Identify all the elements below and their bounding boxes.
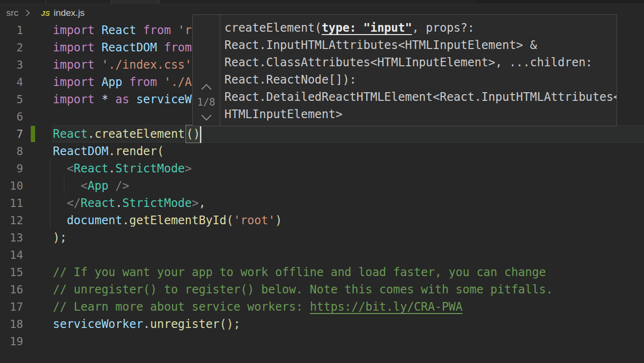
chevron-right-icon [23,10,30,16]
breadcrumb-folder[interactable]: src [6,8,18,18]
code-token: > [192,196,198,210]
code-line[interactable]: 12 document.getElementById('root') [0,212,644,229]
code-token: './index.css' [101,58,192,72]
link[interactable]: https://bit.ly/CRA-PWA [310,300,463,314]
code-token: , [198,196,205,210]
line-number[interactable]: 14 [0,246,23,264]
code-line[interactable]: 13); [0,229,644,246]
tab-bar-edge [0,0,644,4]
code-token: // If you want your app to work offline … [53,266,546,279]
code-line[interactable]: 17// Learn more about service workers: h… [0,298,644,315]
code-line[interactable]: 15// If you want your app to work offlin… [0,264,644,281]
code-token: getElementById [129,214,226,227]
line-number[interactable]: 6 [0,108,23,125]
code-token: StrictMode [115,162,185,175]
line-number[interactable]: 2 [0,39,23,56]
code-token: import [53,75,101,89]
code-token: from [143,24,178,37]
line-number[interactable]: 8 [0,143,23,160]
code-token: . [109,162,115,175]
line-number[interactable]: 11 [0,194,23,212]
code-token [53,214,67,227]
code-token: > [185,162,192,175]
code-token: . [143,317,150,331]
gutter-added-indicator [31,126,35,142]
line-number[interactable]: 15 [0,264,23,281]
code-token: import [53,24,101,37]
code-token: createElement [95,127,185,141]
code-token: StrictMode [123,196,192,210]
line-number[interactable]: 10 [0,177,23,194]
parameter-hints-widget: 1/8 createElement(type: "input", props?:… [192,14,617,126]
line-number[interactable]: 4 [0,73,23,91]
code-line[interactable]: 7React.createElement() [0,125,644,143]
code-line[interactable]: 10 <App /> [0,177,644,194]
line-number[interactable]: 12 [0,212,23,229]
line-number[interactable]: 16 [0,281,23,298]
line-number[interactable]: 1 [0,22,23,39]
line-number[interactable]: 18 [0,315,23,333]
hint-text: createElement( [224,21,322,35]
hint-text: HTMLInputElement> [224,108,343,121]
indent-guide-line [50,194,50,212]
hint-text: , props?: [412,21,474,35]
line-number[interactable]: 19 [0,333,23,350]
code-token: ReactDOM [53,145,109,158]
js-file-icon: JS [41,9,50,17]
code-token: ( [226,214,233,227]
code-line[interactable]: 8ReactDOM.render( [0,143,644,160]
code-token: (); [220,317,240,331]
line-number[interactable]: 17 [0,298,23,315]
code-token [53,179,81,193]
code-token: import [53,93,101,106]
code-token: as [115,93,136,106]
code-token: React [74,162,108,175]
code-token [53,196,67,210]
hint-line: createElement(type: "input", props?: [224,19,617,36]
code-token: unregister [150,317,220,331]
code-line[interactable]: 11 </React.StrictMode>, [0,194,644,212]
code-line[interactable]: 18serviceWorker.unregister(); [0,315,644,333]
code-token: React [101,24,143,37]
code-line[interactable]: 19 [0,333,644,350]
code-token: . [123,214,129,227]
hint-text: React.ReactNode[]): [224,73,357,86]
code-token: render [115,145,157,158]
code-token [53,162,67,175]
hint-line: React.ClassAttributes<HTMLInputElement>,… [224,54,617,71]
line-number[interactable]: 3 [0,56,23,73]
code-token: ) [275,214,282,227]
code-token: App [101,75,129,89]
line-number[interactable]: 13 [0,229,23,246]
line-number[interactable]: 7 [0,125,23,143]
hint-line: HTMLInputElement> [224,106,617,123]
hint-line: React.ReactNode[]): [224,71,617,88]
code-token: serviceW [136,93,192,106]
indent-guide-line [50,160,50,177]
code-line[interactable]: 9 <React.StrictMode> [0,160,644,177]
code-token: from [164,41,192,54]
hint-line: React.DetailedReactHTMLElement<React.Inp… [224,88,617,106]
code-token: /> [109,179,129,193]
code-line[interactable]: 14 [0,246,644,264]
code-token: // Learn more about service workers: [53,300,310,314]
code-token: App [87,179,108,193]
overload-counter: 1/8 [197,97,215,108]
code-line[interactable]: 16// unregister() to register() below. N… [0,281,644,298]
code-token: * [101,93,115,106]
hint-text: React.InputHTMLAttributes<HTMLInputEleme… [224,38,537,52]
code-token: < [67,162,74,175]
code-token: React [53,127,87,141]
chevron-down-icon[interactable] [201,110,211,121]
code-token: . [109,145,115,158]
code-token: serviceWorker [53,317,143,331]
overload-pager: 1/8 [193,15,220,126]
line-number[interactable]: 9 [0,160,23,177]
active-parameter: type: "input" [322,21,412,35]
code-token: . [115,196,122,210]
matched-brackets-cursor: () [186,125,202,143]
line-number[interactable]: 5 [0,91,23,108]
chevron-up-icon[interactable] [201,84,211,94]
code-token: React [81,196,115,210]
breadcrumb-file[interactable]: index.js [54,8,85,18]
